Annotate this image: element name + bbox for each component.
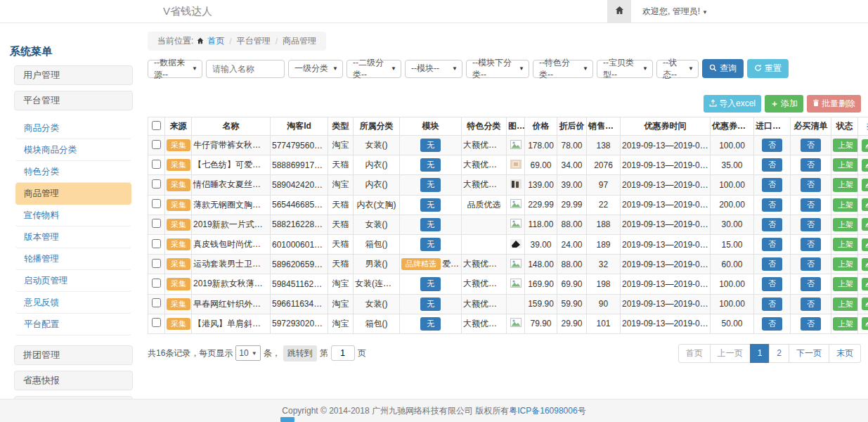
- status-badge[interactable]: 上架: [833, 198, 858, 212]
- sidebar-item[interactable]: 平台配置: [15, 314, 131, 335]
- status-badge[interactable]: 上架: [833, 158, 858, 172]
- sidebar-group-platform[interactable]: 平台管理: [14, 91, 133, 110]
- module-badge[interactable]: 无: [420, 317, 441, 331]
- must-buy-toggle[interactable]: 否: [801, 317, 821, 331]
- module-badge[interactable]: 无: [420, 277, 441, 290]
- page-button[interactable]: 2: [769, 344, 789, 363]
- import-select-toggle[interactable]: 否: [762, 218, 782, 231]
- must-buy-toggle[interactable]: 否: [801, 238, 821, 251]
- import-select-toggle[interactable]: 否: [762, 298, 782, 311]
- must-buy-toggle[interactable]: 否: [801, 198, 821, 212]
- row-checkbox[interactable]: [152, 239, 161, 248]
- sidebar-item[interactable]: 意见反馈: [15, 292, 131, 314]
- status-badge[interactable]: 上架: [833, 178, 858, 191]
- query-button[interactable]: 查询: [702, 59, 744, 78]
- edit-button[interactable]: [862, 139, 868, 152]
- import-select-toggle[interactable]: 否: [762, 317, 782, 331]
- module-badge[interactable]: 无: [420, 238, 441, 251]
- sidebar-item[interactable]: 模块商品分类: [15, 139, 131, 161]
- row-checkbox[interactable]: [152, 298, 161, 307]
- import-select-toggle[interactable]: 否: [762, 158, 782, 172]
- home-button[interactable]: [607, 0, 631, 23]
- module-badge[interactable]: 无: [420, 298, 441, 311]
- must-buy-toggle[interactable]: 否: [801, 277, 821, 290]
- module-badge[interactable]: 无: [420, 218, 441, 231]
- sidebar-item[interactable]: 宣传物料: [15, 205, 131, 226]
- per-page-select[interactable]: 10▼: [235, 345, 260, 361]
- sidebar-item[interactable]: 版本管理: [15, 226, 131, 248]
- add-button[interactable]: ＋ 添加: [765, 95, 803, 113]
- select-item-type[interactable]: --宝贝类型--▼: [597, 60, 653, 78]
- row-checkbox[interactable]: [152, 259, 161, 268]
- select-module-subcategory[interactable]: --模块下分类--▼: [466, 60, 529, 78]
- reset-button[interactable]: 重置: [747, 59, 789, 78]
- import-select-toggle[interactable]: 否: [762, 238, 782, 251]
- select-status[interactable]: --状态--▼: [656, 60, 699, 78]
- row-checkbox[interactable]: [152, 179, 161, 188]
- status-badge[interactable]: 上架: [833, 257, 858, 271]
- name-search-input[interactable]: [206, 60, 285, 78]
- must-buy-toggle[interactable]: 否: [801, 178, 821, 191]
- must-buy-toggle[interactable]: 否: [801, 139, 821, 152]
- must-buy-toggle[interactable]: 否: [801, 158, 821, 172]
- edit-button[interactable]: [862, 179, 868, 191]
- edit-button[interactable]: [862, 317, 868, 330]
- select-level1-category[interactable]: 一级分类▼: [288, 60, 343, 78]
- row-checkbox[interactable]: [152, 160, 161, 169]
- row-checkbox[interactable]: [152, 219, 161, 228]
- must-buy-toggle[interactable]: 否: [801, 298, 821, 311]
- select-data-source[interactable]: --数据来源--▼: [148, 60, 202, 78]
- edit-button[interactable]: [862, 298, 868, 310]
- edit-button[interactable]: [862, 159, 868, 172]
- edit-button[interactable]: [862, 278, 868, 290]
- row-checkbox[interactable]: [152, 140, 161, 149]
- select-all-checkbox[interactable]: [152, 121, 161, 130]
- status-badge[interactable]: 上架: [833, 139, 858, 152]
- module-badge[interactable]: 无: [420, 198, 441, 212]
- page-button[interactable]: 末页: [829, 344, 861, 363]
- page-button[interactable]: 上一页: [710, 344, 751, 363]
- module-badge[interactable]: 无: [420, 139, 441, 152]
- must-buy-toggle[interactable]: 否: [801, 257, 821, 271]
- module-badge[interactable]: 无: [420, 158, 441, 172]
- page-button[interactable]: 下一页: [789, 344, 829, 363]
- sidebar-item[interactable]: 特色分类: [15, 161, 131, 183]
- edit-button[interactable]: [862, 258, 868, 271]
- import-select-toggle[interactable]: 否: [762, 257, 782, 271]
- import-select-toggle[interactable]: 否: [762, 139, 782, 152]
- edit-button[interactable]: [862, 238, 868, 251]
- import-select-toggle[interactable]: 否: [762, 198, 782, 212]
- batch-delete-button[interactable]: 批量删除: [807, 95, 861, 113]
- sidebar-item[interactable]: 启动页管理: [15, 270, 131, 292]
- edit-button[interactable]: [862, 198, 868, 211]
- status-badge[interactable]: 上架: [833, 277, 858, 290]
- module-badge[interactable]: 无: [420, 178, 441, 191]
- row-checkbox[interactable]: [152, 199, 161, 208]
- status-badge[interactable]: 上架: [833, 298, 858, 311]
- select-level2-category[interactable]: --二级分类--▼: [346, 60, 401, 78]
- sidebar-item[interactable]: 商品管理: [15, 183, 131, 205]
- edit-button[interactable]: [862, 218, 868, 231]
- breadcrumb-home-link[interactable]: 首页: [207, 35, 224, 47]
- sidebar-group[interactable]: 拼团管理: [14, 345, 133, 365]
- page-button[interactable]: 首页: [678, 344, 711, 363]
- page-number-input[interactable]: [331, 345, 355, 361]
- sidebar-group[interactable]: 省惠快报: [14, 371, 133, 390]
- icp-link[interactable]: 粤ICP备16098006号: [509, 406, 585, 416]
- page-button[interactable]: 1: [750, 344, 770, 363]
- select-special-category[interactable]: --特色分类--▼: [533, 60, 593, 78]
- sidebar-item[interactable]: 轮播管理: [15, 248, 131, 270]
- status-badge[interactable]: 上架: [833, 218, 858, 231]
- row-checkbox[interactable]: [152, 318, 161, 327]
- row-checkbox[interactable]: [152, 279, 161, 288]
- status-badge[interactable]: 上架: [833, 238, 858, 251]
- import-excel-button[interactable]: 导入excel: [704, 95, 761, 113]
- sidebar-group-users[interactable]: 用户管理: [14, 65, 133, 85]
- sidebar-item[interactable]: 商品分类: [15, 117, 131, 139]
- import-select-toggle[interactable]: 否: [762, 277, 782, 290]
- must-buy-toggle[interactable]: 否: [801, 218, 821, 231]
- module-badge[interactable]: 品牌精选: [401, 258, 441, 270]
- status-badge[interactable]: 上架: [833, 317, 858, 331]
- user-menu[interactable]: 欢迎您, 管理员!▼: [642, 6, 708, 18]
- import-select-toggle[interactable]: 否: [762, 178, 782, 191]
